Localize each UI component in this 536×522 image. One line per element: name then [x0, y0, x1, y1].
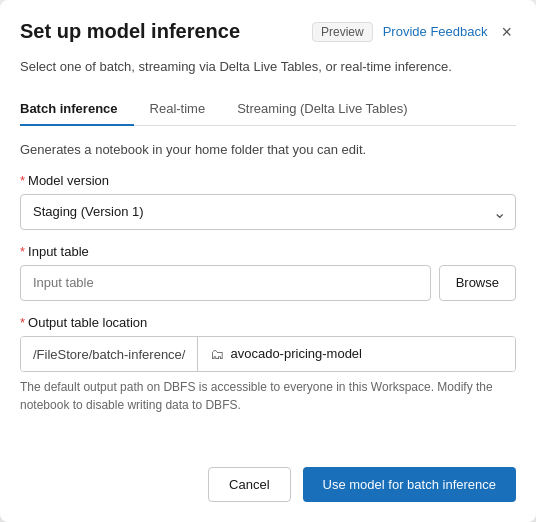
- output-model-name: avocado-pricing-model: [230, 346, 362, 361]
- preview-badge: Preview: [312, 22, 373, 42]
- subtitle-text: Select one of batch, streaming via Delta…: [20, 57, 516, 77]
- input-table-row: Browse: [20, 265, 516, 301]
- model-version-select-wrapper: Staging (Version 1) ⌄: [20, 194, 516, 230]
- tab-batch-inference[interactable]: Batch inference: [20, 93, 134, 126]
- output-table-required-star: *: [20, 315, 25, 330]
- input-table-label-text: Input table: [28, 244, 89, 259]
- input-table-field[interactable]: [20, 265, 431, 301]
- output-model-container: 🗂 avocado-pricing-model: [198, 337, 515, 371]
- input-table-required-star: *: [20, 244, 25, 259]
- input-table-label: * Input table: [20, 244, 516, 259]
- tabs-container: Batch inference Real-time Streaming (Del…: [20, 93, 516, 126]
- model-version-label: * Model version: [20, 173, 516, 188]
- feedback-link[interactable]: Provide Feedback: [383, 24, 488, 39]
- browse-button[interactable]: Browse: [439, 265, 516, 301]
- model-version-required-star: *: [20, 173, 25, 188]
- model-version-field: * Model version Staging (Version 1) ⌄: [20, 173, 516, 230]
- tab-streaming[interactable]: Streaming (Delta Live Tables): [221, 93, 423, 126]
- output-table-field: * Output table location /FileStore/batch…: [20, 315, 516, 414]
- close-button[interactable]: ×: [497, 23, 516, 41]
- model-version-select[interactable]: Staging (Version 1): [20, 194, 516, 230]
- section-description: Generates a notebook in your home folder…: [20, 142, 516, 157]
- output-note-text: The default output path on DBFS is acces…: [20, 378, 516, 414]
- output-table-label: * Output table location: [20, 315, 516, 330]
- tab-realtime[interactable]: Real-time: [134, 93, 222, 126]
- modal-title: Set up model inference: [20, 20, 302, 43]
- folder-icon: 🗂: [210, 346, 224, 362]
- use-model-button[interactable]: Use model for batch inference: [303, 467, 516, 502]
- modal-footer: Cancel Use model for batch inference: [20, 447, 516, 502]
- output-table-label-text: Output table location: [28, 315, 147, 330]
- cancel-button[interactable]: Cancel: [208, 467, 290, 502]
- output-table-row: /FileStore/batch-inference/ 🗂 avocado-pr…: [20, 336, 516, 372]
- modal-container: Set up model inference Preview Provide F…: [0, 0, 536, 522]
- output-path-text: /FileStore/batch-inference/: [21, 337, 198, 371]
- modal-header: Set up model inference Preview Provide F…: [20, 20, 516, 43]
- input-table-field: * Input table Browse: [20, 244, 516, 301]
- model-version-label-text: Model version: [28, 173, 109, 188]
